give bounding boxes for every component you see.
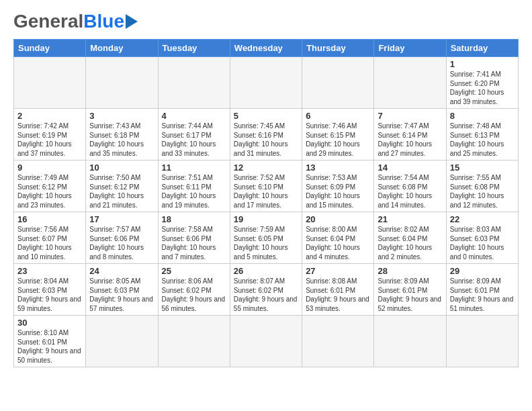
day-info: Sunrise: 7:57 AM Sunset: 6:06 PM Dayligh… <box>89 225 154 261</box>
calendar-cell: 16Sunrise: 7:56 AM Sunset: 6:07 PM Dayli… <box>14 212 86 264</box>
logo: General Blue <box>13 11 138 32</box>
calendar-cell: 14Sunrise: 7:54 AM Sunset: 6:08 PM Dayli… <box>374 161 446 212</box>
calendar-cell <box>86 57 158 109</box>
calendar-cell: 13Sunrise: 7:53 AM Sunset: 6:09 PM Dayli… <box>302 161 374 212</box>
calendar-cell <box>230 57 302 109</box>
day-info: Sunrise: 8:03 AM Sunset: 6:03 PM Dayligh… <box>450 225 515 261</box>
day-number: 11 <box>162 163 226 173</box>
day-number: 23 <box>17 266 82 276</box>
day-number: 28 <box>378 266 442 276</box>
calendar-cell: 11Sunrise: 7:51 AM Sunset: 6:11 PM Dayli… <box>158 161 230 212</box>
calendar-cell: 28Sunrise: 8:09 AM Sunset: 6:01 PM Dayli… <box>374 264 446 316</box>
col-header-thursday: Thursday <box>302 40 374 57</box>
calendar-table: SundayMondayTuesdayWednesdayThursdayFrid… <box>13 39 519 367</box>
calendar-cell <box>158 316 230 367</box>
day-info: Sunrise: 7:47 AM Sunset: 6:14 PM Dayligh… <box>378 122 442 158</box>
calendar-cell: 7Sunrise: 7:47 AM Sunset: 6:14 PM Daylig… <box>374 109 446 161</box>
day-info: Sunrise: 8:06 AM Sunset: 6:02 PM Dayligh… <box>162 277 226 313</box>
calendar-cell: 25Sunrise: 8:06 AM Sunset: 6:02 PM Dayli… <box>158 264 230 316</box>
day-number: 20 <box>306 214 370 224</box>
calendar-cell: 1Sunrise: 7:41 AM Sunset: 6:20 PM Daylig… <box>446 57 518 109</box>
calendar-cell <box>86 316 158 367</box>
day-info: Sunrise: 7:58 AM Sunset: 6:06 PM Dayligh… <box>162 225 226 261</box>
day-number: 18 <box>162 214 226 224</box>
day-info: Sunrise: 7:46 AM Sunset: 6:15 PM Dayligh… <box>306 122 370 158</box>
day-info: Sunrise: 7:55 AM Sunset: 6:08 PM Dayligh… <box>450 173 515 210</box>
day-number: 6 <box>306 111 370 121</box>
day-number: 14 <box>378 163 442 173</box>
day-info: Sunrise: 8:09 AM Sunset: 6:01 PM Dayligh… <box>450 277 515 313</box>
day-number: 16 <box>17 214 82 224</box>
calendar-cell: 18Sunrise: 7:58 AM Sunset: 6:06 PM Dayli… <box>158 212 230 264</box>
day-number: 2 <box>17 111 82 121</box>
calendar-cell: 29Sunrise: 8:09 AM Sunset: 6:01 PM Dayli… <box>446 264 518 316</box>
day-info: Sunrise: 8:05 AM Sunset: 6:03 PM Dayligh… <box>89 277 154 313</box>
day-number: 7 <box>378 111 442 121</box>
day-info: Sunrise: 8:04 AM Sunset: 6:03 PM Dayligh… <box>17 277 82 313</box>
calendar-cell: 4Sunrise: 7:44 AM Sunset: 6:17 PM Daylig… <box>158 109 230 161</box>
col-header-wednesday: Wednesday <box>230 40 302 57</box>
day-number: 8 <box>450 111 515 121</box>
calendar-cell: 22Sunrise: 8:03 AM Sunset: 6:03 PM Dayli… <box>446 212 518 264</box>
calendar-week-row: 30Sunrise: 8:10 AM Sunset: 6:01 PM Dayli… <box>14 316 519 367</box>
day-info: Sunrise: 7:52 AM Sunset: 6:10 PM Dayligh… <box>234 173 298 210</box>
day-info: Sunrise: 7:59 AM Sunset: 6:05 PM Dayligh… <box>234 225 298 261</box>
day-number: 22 <box>450 214 515 224</box>
calendar-cell <box>446 316 518 367</box>
calendar-week-row: 1Sunrise: 7:41 AM Sunset: 6:20 PM Daylig… <box>14 57 519 109</box>
logo-general-text: General <box>13 11 83 32</box>
calendar-cell: 9Sunrise: 7:49 AM Sunset: 6:12 PM Daylig… <box>14 161 86 212</box>
calendar-cell: 27Sunrise: 8:08 AM Sunset: 6:01 PM Dayli… <box>302 264 374 316</box>
col-header-saturday: Saturday <box>446 40 518 57</box>
calendar-cell: 24Sunrise: 8:05 AM Sunset: 6:03 PM Dayli… <box>86 264 158 316</box>
day-number: 21 <box>378 214 442 224</box>
day-info: Sunrise: 7:51 AM Sunset: 6:11 PM Dayligh… <box>162 173 226 210</box>
calendar-cell <box>374 57 446 109</box>
calendar-cell <box>230 316 302 367</box>
calendar-cell: 10Sunrise: 7:50 AM Sunset: 6:12 PM Dayli… <box>86 161 158 212</box>
day-number: 5 <box>234 111 298 121</box>
day-info: Sunrise: 8:00 AM Sunset: 6:04 PM Dayligh… <box>306 225 370 261</box>
calendar-cell: 26Sunrise: 8:07 AM Sunset: 6:02 PM Dayli… <box>230 264 302 316</box>
calendar-cell: 23Sunrise: 8:04 AM Sunset: 6:03 PM Dayli… <box>14 264 86 316</box>
day-number: 30 <box>17 318 82 328</box>
calendar-cell: 6Sunrise: 7:46 AM Sunset: 6:15 PM Daylig… <box>302 109 374 161</box>
day-number: 29 <box>450 266 515 276</box>
calendar-cell <box>302 57 374 109</box>
calendar-cell <box>302 316 374 367</box>
day-info: Sunrise: 7:42 AM Sunset: 6:19 PM Dayligh… <box>17 122 82 158</box>
day-number: 25 <box>162 266 226 276</box>
day-info: Sunrise: 7:53 AM Sunset: 6:09 PM Dayligh… <box>306 173 370 210</box>
day-number: 12 <box>234 163 298 173</box>
day-number: 24 <box>89 266 154 276</box>
calendar-cell: 3Sunrise: 7:43 AM Sunset: 6:18 PM Daylig… <box>86 109 158 161</box>
day-number: 27 <box>306 266 370 276</box>
col-header-sunday: Sunday <box>14 40 86 57</box>
day-number: 19 <box>234 214 298 224</box>
day-info: Sunrise: 7:50 AM Sunset: 6:12 PM Dayligh… <box>89 173 154 210</box>
col-header-tuesday: Tuesday <box>158 40 230 57</box>
calendar-week-row: 23Sunrise: 8:04 AM Sunset: 6:03 PM Dayli… <box>14 264 519 316</box>
logo-blue-text: Blue <box>83 11 124 32</box>
calendar-cell <box>14 57 86 109</box>
calendar-week-row: 9Sunrise: 7:49 AM Sunset: 6:12 PM Daylig… <box>14 161 519 212</box>
day-info: Sunrise: 8:10 AM Sunset: 6:01 PM Dayligh… <box>17 328 82 365</box>
calendar-cell: 15Sunrise: 7:55 AM Sunset: 6:08 PM Dayli… <box>446 161 518 212</box>
calendar-header-row: SundayMondayTuesdayWednesdayThursdayFrid… <box>14 40 519 57</box>
day-number: 4 <box>162 111 226 121</box>
calendar-cell: 21Sunrise: 8:02 AM Sunset: 6:04 PM Dayli… <box>374 212 446 264</box>
col-header-friday: Friday <box>374 40 446 57</box>
day-number: 13 <box>306 163 370 173</box>
day-info: Sunrise: 7:56 AM Sunset: 6:07 PM Dayligh… <box>17 225 82 261</box>
day-number: 9 <box>17 163 82 173</box>
day-number: 17 <box>89 214 154 224</box>
day-number: 10 <box>89 163 154 173</box>
day-info: Sunrise: 7:41 AM Sunset: 6:20 PM Dayligh… <box>450 70 515 106</box>
day-info: Sunrise: 8:02 AM Sunset: 6:04 PM Dayligh… <box>378 225 442 261</box>
day-info: Sunrise: 8:07 AM Sunset: 6:02 PM Dayligh… <box>234 277 298 313</box>
day-info: Sunrise: 7:43 AM Sunset: 6:18 PM Dayligh… <box>89 122 154 158</box>
calendar-cell: 5Sunrise: 7:45 AM Sunset: 6:16 PM Daylig… <box>230 109 302 161</box>
calendar-cell: 20Sunrise: 8:00 AM Sunset: 6:04 PM Dayli… <box>302 212 374 264</box>
day-info: Sunrise: 8:09 AM Sunset: 6:01 PM Dayligh… <box>378 277 442 313</box>
day-info: Sunrise: 8:08 AM Sunset: 6:01 PM Dayligh… <box>306 277 370 313</box>
